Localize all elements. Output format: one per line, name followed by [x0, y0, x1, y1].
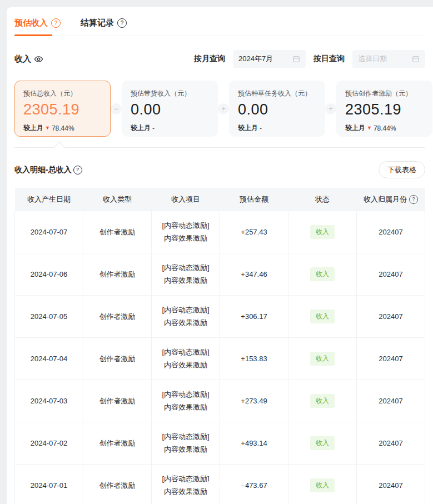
table-row: 2024-07-05 创作者激励 [内容动态激励] 内容效果激励 +306.17…: [15, 296, 425, 338]
cell-month: 202407: [357, 211, 425, 253]
table-row: 2024-07-06 创作者激励 [内容动态激励] 内容效果激励 +347.46…: [15, 253, 425, 296]
card-value: 0.00: [131, 101, 209, 118]
cell-amount: +257.43: [220, 211, 288, 253]
cell-project: [内容动态激励] 内容效果激励: [152, 296, 220, 338]
status-badge: 收入: [310, 310, 335, 323]
status-badge: 收入: [310, 436, 335, 450]
card-seeding-task-income[interactable]: 预估种草任务收入（元） 0.00 较上月 -: [229, 81, 325, 137]
card-label: 预估创作者激励（元）: [345, 89, 424, 98]
cell-month: 202407: [357, 338, 425, 380]
date-filters: 按月查询 2024年7月 按日查询 选择日期: [194, 50, 425, 68]
delta-value: 78.44%: [52, 124, 74, 132]
col-date: 收入产生日期: [15, 188, 83, 211]
cell-project: [内容动态激励] 内容效果激励: [152, 465, 220, 504]
card-label: 预估种草任务收入（元）: [238, 89, 316, 98]
cell-project: [内容动态激励] 内容效果激励: [152, 211, 220, 253]
cell-project: [内容动态激励] 内容效果激励: [152, 338, 220, 380]
delta-label: 较上月: [23, 123, 43, 133]
col-project: 收入项目: [152, 188, 220, 211]
down-triangle-icon: ▼: [367, 126, 372, 131]
status-badge: 收入: [310, 352, 335, 366]
cell-status: 收入: [288, 422, 357, 465]
cell-month: 202407: [357, 422, 425, 465]
income-detail-table: 收入产生日期 收入类型 收入项目 预估金额 状态 收入归属月份 ? 2024-0…: [14, 188, 425, 504]
cell-month: 202407: [357, 380, 425, 422]
down-triangle-icon: ▼: [45, 126, 50, 131]
help-icon[interactable]: ?: [51, 18, 61, 28]
cell-project: [内容动态激励] 内容效果激励: [152, 380, 220, 422]
cell-amount: +306.17: [220, 296, 288, 338]
col-amount: 预估金额: [220, 188, 288, 211]
col-month: 收入归属月份 ?: [357, 188, 425, 211]
toolbar: 收入 按月查询 2024年7月 按日查询: [14, 50, 425, 68]
cell-type: 创作者激励: [83, 380, 152, 422]
cell-status: 收入: [288, 296, 357, 338]
cell-date: 2024-07-06: [15, 253, 83, 296]
cell-type: 创作者激励: [83, 253, 152, 296]
card-delta: 较上月 -: [131, 123, 209, 133]
card-creator-incentive[interactable]: 预估创作者激励（元） 2305.19 较上月 ▼ 78.44%: [336, 81, 432, 137]
month-picker-value: 2024年7月: [238, 54, 289, 64]
delta-value: 78.44%: [374, 124, 396, 132]
cell-status: 收入: [288, 338, 357, 380]
delta-value: -: [260, 124, 262, 132]
tab-bar: 预估收入 ? 结算记录 ?: [14, 7, 425, 36]
delta-value: -: [152, 124, 155, 132]
table-header-row: 收入产生日期 收入类型 收入项目 预估金额 状态 收入归属月份 ?: [15, 188, 425, 211]
cell-date: 2024-07-01: [15, 465, 83, 504]
delta-label: 较上月: [345, 123, 365, 133]
cell-date: 2024-07-07: [15, 211, 83, 253]
card-delta: 较上月 ▼ 78.44%: [345, 123, 424, 133]
cell-amount: +493.14: [220, 422, 288, 465]
col-type: 收入类型: [83, 188, 152, 211]
cell-amount: +473.67: [220, 465, 288, 504]
operator-equals: =: [111, 103, 122, 114]
cell-amount: +347.46: [220, 253, 288, 296]
calendar-icon: [412, 55, 420, 63]
status-badge: 收入: [310, 225, 335, 239]
tab-label: 结算记录: [81, 18, 114, 28]
card-value: 2305.19: [23, 101, 102, 118]
card-value: 0.00: [238, 101, 316, 118]
help-icon[interactable]: ?: [409, 195, 418, 204]
help-icon[interactable]: ?: [73, 166, 82, 174]
cell-date: 2024-07-04: [15, 338, 83, 380]
card-commerce-income[interactable]: 预估带货收入（元） 0.00 较上月 -: [122, 81, 218, 137]
card-label: 预估总收入（元）: [23, 89, 102, 98]
month-query-label: 按月查询: [194, 54, 225, 64]
status-badge: 收入: [310, 478, 335, 492]
cell-date: 2024-07-03: [15, 380, 83, 422]
summary-cards: 预估总收入（元） 2305.19 较上月 ▼ 78.44% = 预估带货收入（元…: [14, 81, 425, 137]
eye-icon[interactable]: [34, 54, 43, 64]
tab-label: 预估收入: [14, 18, 48, 28]
status-badge: 收入: [310, 394, 335, 408]
download-table-button[interactable]: 下载表格: [379, 161, 425, 178]
cell-project: [内容动态激励] 内容效果激励: [152, 253, 220, 296]
card-delta: 较上月 -: [238, 123, 316, 133]
table-row: 2024-07-07 创作者激励 [内容动态激励] 内容效果激励 +257.43…: [15, 211, 425, 253]
cell-date: 2024-07-02: [15, 422, 83, 465]
status-badge: 收入: [310, 267, 335, 281]
table-row: 2024-07-04 创作者激励 [内容动态激励] 内容效果激励 +153.83…: [15, 338, 425, 380]
income-heading: 收入: [14, 54, 43, 64]
day-query-label: 按日查询: [313, 54, 345, 64]
tab-estimated-income[interactable]: 预估收入 ?: [14, 18, 61, 36]
card-label: 预估带货收入（元）: [131, 89, 209, 98]
cell-type: 创作者激励: [83, 211, 152, 253]
delta-label: 较上月: [131, 123, 151, 133]
card-total-income[interactable]: 预估总收入（元） 2305.19 较上月 ▼ 78.44%: [14, 81, 111, 137]
divider: [14, 147, 425, 148]
detail-title: 收入明细-总收入 ?: [14, 165, 82, 175]
detail-section-header: 收入明细-总收入 ? 下载表格: [14, 161, 425, 178]
cell-status: 收入: [288, 465, 357, 504]
cell-status: 收入: [288, 253, 357, 296]
cell-type: 创作者激励: [83, 338, 152, 380]
day-picker-input[interactable]: 选择日期: [352, 50, 425, 68]
main-panel: 预估收入 ? 结算记录 ? 收入 按月查询 2024年7月: [7, 7, 433, 504]
help-icon[interactable]: ?: [117, 18, 127, 28]
col-status: 状态: [288, 188, 357, 211]
cell-project: [内容动态激励] 内容效果激励: [152, 422, 220, 465]
cell-month: 202407: [357, 465, 425, 504]
tab-settlement-records[interactable]: 结算记录 ?: [81, 18, 127, 36]
month-picker-input[interactable]: 2024年7月: [233, 50, 306, 68]
